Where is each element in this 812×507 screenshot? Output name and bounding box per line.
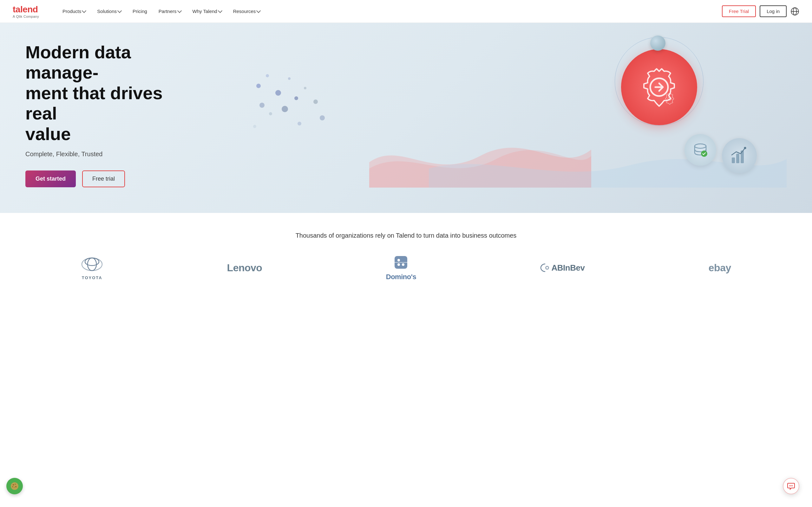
brand-abinbev: ABInBev [540, 263, 585, 273]
brand-toyota: TOYOTA [81, 256, 103, 280]
hero-title: Modern data manage-ment that drives real… [26, 42, 190, 144]
brand-name: talend [13, 4, 39, 14]
database-icon [692, 141, 709, 159]
svg-point-12 [88, 258, 96, 271]
nav-pricing[interactable]: Pricing [128, 6, 152, 16]
hero-subtitle: Complete, Flexible, Trusted [26, 151, 190, 158]
hero-section: Modern data manage-ment that drives real… [0, 23, 812, 213]
abinbev-label: ABInBev [552, 263, 585, 273]
brand-tagline: A Qlik Company [13, 14, 39, 18]
svg-point-13 [85, 258, 99, 266]
svg-rect-8 [736, 154, 740, 163]
sphere-decoration [650, 36, 665, 51]
gear-icon [634, 62, 684, 112]
hero-illustration [190, 42, 786, 187]
nav-free-trial-button[interactable]: Free Trial [722, 5, 756, 17]
hero-buttons: Get started Free trial [26, 170, 190, 187]
toyota-label: TOYOTA [82, 275, 102, 280]
brand-dominos: Domino's [386, 255, 416, 281]
nav-partners[interactable]: Partners [154, 6, 186, 16]
svg-point-17 [397, 263, 400, 266]
chart-circle [722, 138, 757, 173]
nav-actions: Free Trial Log in [722, 5, 799, 17]
brands-section: Thousands of organizations rely on Talen… [0, 213, 812, 300]
nav-links: Products Solutions Pricing Partners Why … [58, 6, 722, 16]
abinbev-icon [540, 263, 550, 273]
chevron-down-icon [177, 8, 182, 13]
svg-point-15 [397, 259, 400, 262]
nav-solutions[interactable]: Solutions [93, 6, 125, 16]
chevron-down-icon [82, 8, 86, 13]
chevron-down-icon [117, 8, 122, 13]
chevron-down-icon [256, 8, 261, 13]
dominos-logo-icon [393, 255, 409, 270]
svg-point-11 [82, 258, 102, 271]
nav-login-button[interactable]: Log in [760, 5, 786, 17]
svg-point-10 [744, 147, 746, 149]
nav-resources[interactable]: Resources [229, 6, 265, 16]
language-icon[interactable] [791, 7, 799, 16]
dots-decoration [250, 71, 339, 160]
get-started-button[interactable]: Get started [26, 170, 76, 187]
ebay-label: ebay [709, 262, 731, 274]
nav-products[interactable]: Products [58, 6, 90, 16]
chart-icon [729, 146, 750, 166]
database-circle [684, 134, 716, 166]
free-trial-hero-button[interactable]: Free trial [82, 170, 125, 187]
svg-point-5 [695, 144, 706, 148]
lenovo-label: Lenovo [227, 262, 262, 274]
brands-title: Thousands of organizations rely on Talen… [26, 232, 786, 239]
brand-ebay: ebay [709, 262, 731, 274]
brands-logos: TOYOTA Lenovo Domino's [26, 255, 786, 281]
navbar: talend A Qlik Company Products Solutions… [0, 0, 812, 23]
logo[interactable]: talend A Qlik Company [13, 4, 39, 18]
gear-circle [621, 49, 697, 125]
svg-point-20 [546, 267, 548, 269]
brand-lenovo: Lenovo [227, 262, 262, 274]
chevron-down-icon [218, 8, 222, 13]
svg-rect-9 [741, 151, 744, 163]
nav-why-talend[interactable]: Why Talend [188, 6, 226, 16]
hero-content: Modern data manage-ment that drives real… [26, 42, 190, 187]
dominos-label: Domino's [386, 273, 416, 281]
svg-rect-7 [732, 158, 735, 163]
svg-point-16 [402, 263, 404, 266]
toyota-logo [81, 256, 103, 273]
